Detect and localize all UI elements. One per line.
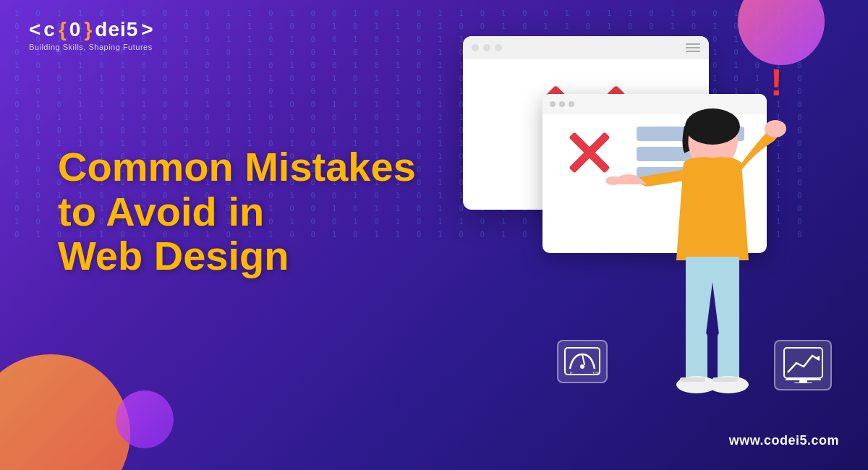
decorative-circle-bottom-left-small bbox=[116, 390, 174, 448]
decorative-circle-top-right bbox=[738, 0, 825, 65]
browser-dot-front-2 bbox=[559, 101, 565, 107]
browser-dot-front-1 bbox=[550, 101, 556, 107]
logo-curly-open: { bbox=[59, 18, 67, 41]
headline-line2: to Avoid in bbox=[58, 189, 416, 234]
main-container: 1 0 1 1 0 1 0 0 1 0 1 1 0 1 0 0 1 0 1 0 … bbox=[0, 0, 868, 470]
svg-rect-15 bbox=[784, 348, 822, 378]
exclamation-mark: ! bbox=[770, 64, 783, 101]
svg-rect-3 bbox=[686, 333, 707, 383]
headline-line3: Web Design bbox=[58, 234, 416, 278]
logo-dei5: dei5 bbox=[95, 18, 138, 41]
svg-point-12 bbox=[580, 364, 584, 369]
browser-dot-3 bbox=[495, 44, 502, 51]
svg-rect-9 bbox=[680, 377, 705, 382]
svg-rect-10 bbox=[712, 377, 738, 382]
logo-c: c bbox=[43, 18, 56, 41]
logo-tagline: Building Skills, Shaping Futures bbox=[29, 43, 153, 51]
headline-line1: Common Mistakes bbox=[58, 145, 416, 189]
svg-rect-4 bbox=[718, 333, 739, 383]
browser-menu-line-1 bbox=[686, 43, 700, 45]
logo: < c { 0 } dei5 > bbox=[29, 18, 153, 41]
svg-text:100: 100 bbox=[592, 371, 600, 375]
browser-dot-2 bbox=[483, 44, 490, 51]
logo-bracket-left: < bbox=[29, 18, 41, 41]
browser-dot-front-3 bbox=[569, 101, 574, 107]
logo-area: < c { 0 } dei5 > Building Skills, Shapin… bbox=[29, 18, 153, 51]
svg-rect-18 bbox=[799, 380, 807, 383]
decorative-circle-bottom-left bbox=[0, 354, 130, 470]
headline-area: Common Mistakes to Avoid in Web Design bbox=[58, 145, 416, 278]
speedometer-icon: 0 100 bbox=[557, 340, 608, 383]
browser-menu-lines bbox=[686, 43, 700, 52]
chart-icon bbox=[774, 340, 832, 390]
svg-point-2 bbox=[765, 120, 786, 137]
logo-curly-close: } bbox=[84, 18, 92, 41]
browser-menu-line-2 bbox=[686, 47, 700, 48]
svg-rect-19 bbox=[794, 383, 812, 383]
browser-titlebar-back bbox=[463, 36, 709, 59]
website-url: www.codei5.com bbox=[729, 433, 839, 448]
logo-zero: 0 bbox=[69, 18, 82, 41]
browser-dot-1 bbox=[472, 44, 479, 51]
svg-point-1 bbox=[685, 108, 740, 145]
logo-bracket-right: > bbox=[141, 18, 153, 41]
browser-menu-line-3 bbox=[686, 51, 700, 52]
